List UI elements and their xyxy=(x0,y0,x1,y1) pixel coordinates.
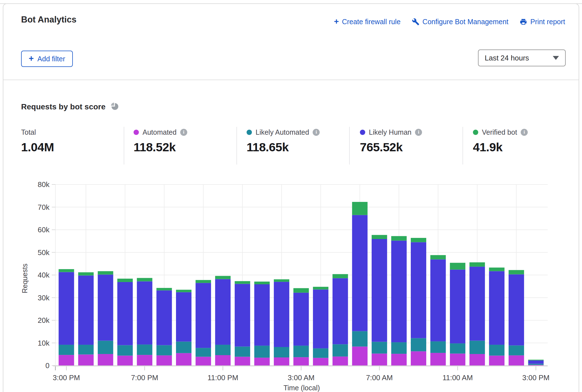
bar-segment-likely-automated[interactable] xyxy=(235,346,250,357)
bar-segment-likely-automated[interactable] xyxy=(176,342,191,353)
bar-segment-automated[interactable] xyxy=(78,355,94,366)
bar-segment-verified-bot[interactable] xyxy=(117,279,133,282)
bar-segment-verified-bot[interactable] xyxy=(78,272,94,275)
bar-segment-likely-automated[interactable] xyxy=(470,341,485,354)
bar-segment-automated[interactable] xyxy=(450,353,465,366)
bar-segment-likely-human[interactable] xyxy=(411,242,426,338)
bar-segment-verified-bot[interactable] xyxy=(156,288,172,290)
bar-segment-verified-bot[interactable] xyxy=(254,281,270,284)
bar-segment-verified-bot[interactable] xyxy=(430,255,446,259)
bar-segment-likely-human[interactable] xyxy=(391,241,407,342)
bar-segment-likely-human[interactable] xyxy=(352,215,367,331)
bar-segment-verified-bot[interactable] xyxy=(176,290,191,292)
bar-segment-likely-automated[interactable] xyxy=(450,343,465,353)
bar-segment-likely-automated[interactable] xyxy=(274,347,289,357)
bar-segment-likely-automated[interactable] xyxy=(391,342,407,354)
bar-segment-verified-bot[interactable] xyxy=(450,263,465,270)
bar-segment-automated[interactable] xyxy=(313,358,328,366)
bar-segment-verified-bot[interactable] xyxy=(528,360,544,360)
bar-segment-likely-automated[interactable] xyxy=(333,344,348,356)
bar-segment-automated[interactable] xyxy=(470,354,485,366)
bar-segment-likely-human[interactable] xyxy=(78,276,94,345)
bar-segment-likely-automated[interactable] xyxy=(313,348,328,358)
bar-segment-verified-bot[interactable] xyxy=(470,262,485,267)
bar-segment-likely-automated[interactable] xyxy=(59,345,74,355)
bar-segment-likely-human[interactable] xyxy=(489,271,504,345)
bar-segment-verified-bot[interactable] xyxy=(489,267,504,271)
bar-segment-verified-bot[interactable] xyxy=(411,238,426,242)
bar-segment-likely-automated[interactable] xyxy=(372,342,387,353)
bar-segment-verified-bot[interactable] xyxy=(215,276,231,279)
bar-segment-automated[interactable] xyxy=(274,357,289,366)
bar-segment-automated[interactable] xyxy=(156,355,172,366)
bar-segment-automated[interactable] xyxy=(411,351,426,366)
bar-segment-likely-automated[interactable] xyxy=(352,331,367,347)
bar-segment-automated[interactable] xyxy=(137,355,152,366)
bar-segment-likely-human[interactable] xyxy=(117,282,133,345)
bar-segment-automated[interactable] xyxy=(430,353,446,366)
bar-segment-likely-automated[interactable] xyxy=(196,348,211,357)
bar-segment-likely-automated[interactable] xyxy=(528,364,544,365)
bar-segment-likely-automated[interactable] xyxy=(294,346,309,357)
configure-bot-management-link[interactable]: Configure Bot Management xyxy=(412,18,509,26)
bar-segment-automated[interactable] xyxy=(333,357,348,366)
bar-segment-likely-human[interactable] xyxy=(470,267,485,341)
bar-segment-likely-human[interactable] xyxy=(137,281,152,345)
bar-segment-likely-human[interactable] xyxy=(59,272,74,345)
bar-segment-likely-human[interactable] xyxy=(313,290,328,348)
bar-segment-verified-bot[interactable] xyxy=(235,281,250,284)
bar-segment-verified-bot[interactable] xyxy=(391,236,407,241)
bar-segment-automated[interactable] xyxy=(196,357,211,366)
bar-segment-verified-bot[interactable] xyxy=(274,279,289,282)
bar-segment-verified-bot[interactable] xyxy=(333,274,348,278)
bar-segment-automated[interactable] xyxy=(215,355,231,366)
time-range-select[interactable]: Last 24 hours xyxy=(478,49,566,66)
bar-segment-likely-human[interactable] xyxy=(98,274,113,341)
bar-segment-automated[interactable] xyxy=(372,353,387,366)
bar-segment-automated[interactable] xyxy=(352,346,367,366)
bar-segment-verified-bot[interactable] xyxy=(352,202,367,215)
bar-segment-likely-automated[interactable] xyxy=(78,345,94,355)
bar-segment-likely-automated[interactable] xyxy=(98,341,113,354)
bar-segment-likely-human[interactable] xyxy=(294,293,309,346)
bar-segment-automated[interactable] xyxy=(294,357,309,366)
bar-segment-automated[interactable] xyxy=(254,358,270,366)
bar-segment-automated[interactable] xyxy=(391,354,407,366)
bar-segment-verified-bot[interactable] xyxy=(372,235,387,239)
bar-segment-verified-bot[interactable] xyxy=(137,278,152,281)
bar-segment-verified-bot[interactable] xyxy=(294,288,309,293)
create-firewall-rule-link[interactable]: + Create firewall rule xyxy=(334,17,401,26)
bar-segment-likely-automated[interactable] xyxy=(509,345,524,355)
bar-segment-verified-bot[interactable] xyxy=(59,269,74,272)
info-icon[interactable]: i xyxy=(521,129,528,136)
bar-segment-likely-human[interactable] xyxy=(450,270,465,343)
bar-segment-likely-human[interactable] xyxy=(176,292,191,341)
bar-segment-likely-human[interactable] xyxy=(156,290,172,345)
add-filter-button[interactable]: + Add filter xyxy=(21,51,73,67)
bar-segment-likely-human[interactable] xyxy=(215,279,231,344)
bar-segment-verified-bot[interactable] xyxy=(98,271,113,274)
bar-segment-automated[interactable] xyxy=(59,355,74,366)
bar-segment-likely-human[interactable] xyxy=(509,274,524,346)
bar-segment-verified-bot[interactable] xyxy=(196,280,211,283)
bar-segment-likely-automated[interactable] xyxy=(254,346,270,358)
bar-segment-automated[interactable] xyxy=(98,354,113,366)
info-icon[interactable]: i xyxy=(180,129,187,136)
bar-segment-likely-human[interactable] xyxy=(274,282,289,347)
bar-segment-likely-automated[interactable] xyxy=(489,345,504,356)
bar-segment-likely-human[interactable] xyxy=(333,278,348,344)
bar-segment-automated[interactable] xyxy=(176,353,191,366)
bar-segment-likely-human[interactable] xyxy=(235,284,250,346)
bar-segment-likely-automated[interactable] xyxy=(411,338,426,352)
bar-segment-verified-bot[interactable] xyxy=(313,287,328,290)
bar-segment-likely-human[interactable] xyxy=(430,259,446,341)
info-icon[interactable]: i xyxy=(313,129,320,136)
bar-segment-verified-bot[interactable] xyxy=(509,270,524,274)
bar-segment-automated[interactable] xyxy=(117,356,133,366)
bar-segment-likely-automated[interactable] xyxy=(137,344,152,355)
bar-segment-automated[interactable] xyxy=(235,357,250,366)
bar-segment-likely-automated[interactable] xyxy=(430,341,446,353)
bar-segment-likely-human[interactable] xyxy=(196,283,211,348)
bar-segment-automated[interactable] xyxy=(489,356,504,366)
print-report-link[interactable]: Print report xyxy=(520,18,565,26)
